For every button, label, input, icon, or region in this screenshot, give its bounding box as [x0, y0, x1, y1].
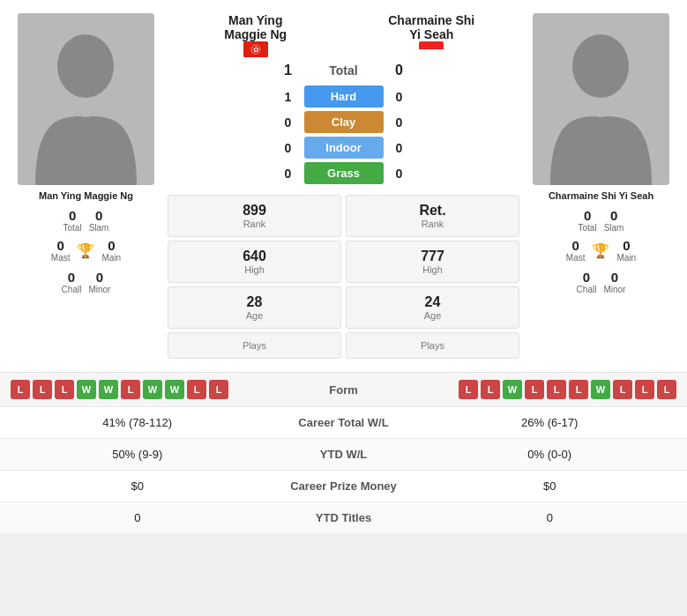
right-total-value: 0	[584, 208, 591, 223]
form-badge-l: L	[481, 380, 500, 399]
form-badge-w: W	[99, 380, 118, 399]
right-name-title: Charmaine Shi Yi Seah	[388, 13, 474, 41]
form-badge-l: L	[569, 380, 588, 399]
left-mast-value: 0	[56, 238, 63, 253]
left-rank-label: Rank	[243, 219, 266, 229]
right-main-label: Main	[616, 253, 636, 263]
right-plays-panel: Plays	[346, 332, 519, 359]
grass-left-score: 0	[280, 167, 297, 181]
right-age-panel: 24 Age	[346, 286, 519, 329]
left-minor-value: 0	[96, 270, 103, 285]
clay-left-score: 0	[280, 115, 297, 130]
right-player-card: Charmaine Shi Yi Seah 0 Total 0 Slam 0 M…	[524, 13, 678, 359]
form-section: LLLWWLWWLL Form LLWLLLWLLL	[0, 372, 687, 406]
grass-right-score: 0	[391, 167, 408, 181]
left-total-label: Total	[63, 223, 82, 233]
left-player-top-stats: 0 Total 0 Slam	[63, 208, 109, 233]
form-badge-l: L	[121, 380, 140, 399]
svg-text:✿: ✿	[252, 46, 258, 54]
left-trophy-row: 0 Mast 🏆 0 Main	[51, 238, 121, 263]
left-trophy-icon: 🏆	[77, 242, 94, 259]
left-age-value: 28	[247, 294, 263, 310]
left-minor-label: Minor	[88, 285, 110, 294]
main-container: Man Ying Maggie Ng 0 Total 0 Slam 0 Mast…	[0, 0, 687, 533]
court-rows: 1 Hard 0 0 Clay 0 0 Indoor 0 0 Grass	[168, 85, 519, 188]
right-player-avatar	[533, 13, 669, 185]
left-name-box: Man Ying Maggie Ng ✿	[168, 13, 344, 57]
right-slam-box: 0 Slam	[604, 208, 624, 233]
right-stat-panels: Ret. Rank 777 High 24 Age Plays	[346, 195, 519, 359]
left-main-value: 0	[108, 238, 115, 253]
right-trophy-icon: 🏆	[592, 242, 609, 259]
left-plays-panel: Plays	[168, 332, 341, 359]
form-badge-w: W	[503, 380, 522, 399]
left-total-value: 0	[69, 208, 76, 223]
left-name-title: Man Ying Maggie Ng	[224, 13, 287, 41]
hard-right-score: 0	[391, 90, 408, 104]
form-badge-w: W	[591, 380, 610, 399]
indoor-button[interactable]: Indoor	[304, 137, 384, 159]
clay-button[interactable]: Clay	[304, 111, 384, 133]
right-high-panel: 777 High	[346, 241, 519, 283]
svg-point-1	[57, 34, 114, 98]
left-form-badges: LLLWWLWWLL	[11, 380, 291, 399]
form-badge-l: L	[525, 380, 544, 399]
right-slam-label: Slam	[604, 223, 624, 233]
left-main-box: 0 Main	[101, 238, 121, 263]
middle-panel: Man Ying Maggie Ng ✿ Charmain	[168, 13, 519, 359]
right-minor-label: Minor	[603, 285, 625, 294]
career-wl-label: Career Total W/L	[265, 416, 423, 429]
form-badge-l: L	[657, 380, 676, 399]
left-age-label: Age	[246, 310, 264, 321]
prize-row: $0 Career Prize Money $0	[0, 470, 687, 501]
form-badge-w: W	[143, 380, 162, 399]
right-high-value: 777	[421, 249, 444, 264]
right-total-label: Total	[579, 223, 597, 233]
form-label: Form	[300, 383, 388, 397]
right-career-wl: 26% (6-17)	[423, 416, 677, 429]
left-mast-box: 0 Mast	[51, 238, 71, 263]
grass-row: 0 Grass 0	[168, 162, 519, 184]
left-player-name: Man Ying Maggie Ng	[39, 190, 133, 201]
right-chall-box: 0 Chall	[577, 270, 597, 294]
left-chall-box: 0 Chall	[62, 270, 82, 294]
left-stat-panels: 899 Rank 640 High 28 Age Plays	[168, 195, 341, 359]
grass-button[interactable]: Grass	[304, 162, 384, 184]
form-badge-l: L	[635, 380, 654, 399]
hard-left-score: 1	[280, 90, 297, 104]
left-prize: $0	[11, 479, 265, 493]
left-minor-box: 0 Minor	[88, 270, 110, 294]
titles-label: YTD Titles	[265, 511, 423, 524]
titles-row: 0 YTD Titles 0	[0, 501, 687, 533]
hard-row: 1 Hard 0	[168, 85, 519, 108]
form-badge-w: W	[77, 380, 96, 399]
right-minor-box: 0 Minor	[603, 270, 625, 294]
right-trophy-row: 0 Mast 🏆 0 Main	[566, 238, 636, 263]
form-badge-l: L	[11, 380, 30, 399]
stats-table: 41% (78-112) Career Total W/L 26% (6-17)…	[0, 406, 687, 533]
right-form-badges: LLWLLLWLLL	[397, 380, 677, 399]
total-right-score: 0	[391, 63, 408, 78]
right-high-label: High	[422, 264, 443, 275]
top-section: Man Ying Maggie Ng 0 Total 0 Slam 0 Mast…	[0, 0, 687, 372]
form-badge-w: W	[165, 380, 184, 399]
right-ytd-wl: 0% (0-0)	[423, 448, 677, 461]
right-slam-value: 0	[610, 208, 617, 223]
hard-button[interactable]: Hard	[304, 85, 384, 108]
form-badge-l: L	[547, 380, 566, 399]
total-left-score: 1	[280, 63, 297, 78]
names-row: Man Ying Maggie Ng ✿ Charmain	[168, 13, 519, 57]
right-age-label: Age	[424, 310, 442, 321]
left-player-avatar	[18, 13, 154, 185]
svg-point-6	[572, 34, 629, 98]
left-player-card: Man Ying Maggie Ng 0 Total 0 Slam 0 Mast…	[9, 13, 163, 359]
right-total-box: 0 Total	[579, 208, 597, 233]
left-age-panel: 28 Age	[168, 286, 341, 329]
total-row: 1 Total 0	[280, 63, 408, 78]
right-chall-value: 0	[583, 270, 590, 285]
right-rank-panel: Ret. Rank	[346, 195, 519, 237]
right-name-box: Charmaine Shi Yi Seah	[344, 13, 520, 57]
left-rank-panel: 899 Rank	[168, 195, 341, 237]
ytd-wl-label: YTD W/L	[265, 448, 423, 461]
right-flag	[419, 41, 444, 57]
